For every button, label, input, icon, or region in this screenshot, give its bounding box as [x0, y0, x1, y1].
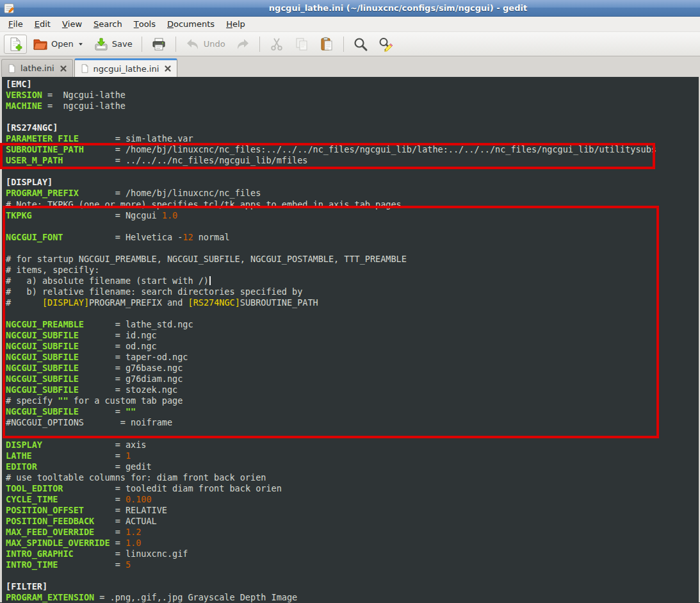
undo-button-label: Undo	[204, 39, 225, 49]
editor-line: NGCGUI_SUBFILE = ""	[6, 406, 699, 417]
menu-documents[interactable]: Documents	[161, 17, 220, 31]
tab-label: ngcgui_lathe.ini	[94, 64, 159, 74]
tab-ngcgui_lathe.ini[interactable]: ngcgui_lathe.ini	[74, 58, 178, 77]
print-button[interactable]	[147, 35, 170, 54]
find-icon	[353, 37, 368, 52]
editor-line	[6, 112, 699, 122]
editor-line: #NGCGUI_OPTIONS = noiframe	[6, 417, 699, 428]
save-button[interactable]: Save	[90, 35, 136, 54]
menu-tools[interactable]: Tools	[128, 17, 161, 31]
undo-icon	[185, 37, 200, 52]
editor-line: POSITION_FEEDBACK = ACTUAL	[6, 516, 699, 527]
toolbar-separator	[142, 37, 142, 52]
save-button-label: Save	[112, 39, 133, 49]
editor-line: # use tooltable columns for: diam front …	[6, 472, 699, 483]
editor-line: NGCGUI_PREAMBLE = lathe_std.ngc	[6, 319, 699, 330]
editor-line: [FILTER]	[6, 581, 699, 592]
undo-button[interactable]: Undo	[181, 35, 229, 54]
editor-line: # for startup NGCGUI_PREAMBLE, NGCGUI_SU…	[6, 254, 699, 265]
chevron-down-icon	[77, 41, 84, 47]
editor-line: EDITOR = gedit	[6, 461, 699, 472]
menu-bar: FileEditViewSearchToolsDocumentsHelp	[0, 17, 700, 32]
editor-line: NGCGUI_SUBFILE = taper-od.ngc	[6, 352, 699, 363]
editor-line: PARAMETER_FILE = sim-lathe.var	[6, 133, 699, 144]
editor-line: NGCGUI_FONT = Helvetica -12 normal	[6, 232, 699, 243]
close-icon[interactable]	[164, 65, 172, 72]
editor-line: VERSION = Ngcgui-lathe	[6, 90, 699, 101]
document-icon	[80, 63, 90, 74]
gedit-icon	[3, 3, 15, 14]
copy-icon	[294, 37, 309, 52]
cut-icon	[269, 37, 284, 52]
editor-line: NGCGUI_SUBFILE = id.ngc	[6, 330, 699, 341]
editor-line: # [DISPLAY]PROGRAM_PREFIX and [RS274NGC]…	[6, 297, 699, 308]
editor-line	[6, 308, 699, 319]
editor-line: # b) relative filename: search directori…	[6, 286, 699, 297]
editor-line: # items, specifly:	[6, 265, 699, 276]
open-folder-icon	[33, 37, 48, 52]
tab-strip: lathe.iningcgui_lathe.ini	[0, 56, 700, 77]
editor-line: PROGRAM_PREFIX = /home/bj/linuxcnc/nc_fi…	[6, 188, 699, 199]
editor-line: CYCLE_TIME = 0.100	[6, 494, 699, 505]
editor-line: # specify "" for a custom tab page	[6, 395, 699, 406]
editor-line: MAX_FEED_OVERRIDE = 1.2	[6, 527, 699, 538]
editor-line: POSITION_OFFSET = RELATIVE	[6, 505, 699, 516]
copy-button[interactable]	[290, 35, 313, 54]
toolbar: OpenSaveUndo	[0, 32, 700, 56]
editor-line: MACHINE = ngcgui-lathe	[6, 101, 699, 112]
title-bar[interactable]: ngcgui_lathe.ini (~/linuxcnc/configs/sim…	[0, 0, 700, 17]
text-cursor	[209, 276, 211, 285]
menu-search[interactable]: Search	[88, 17, 128, 31]
editor-line	[6, 243, 699, 254]
editor-line: NGCGUI_SUBFILE = g76diam.ngc	[6, 374, 699, 384]
editor-text-area[interactable]: [EMC]VERSION = Ngcgui-latheMACHINE = ngc…	[0, 77, 700, 602]
editor-line: # a) absolute filename (start with /)	[6, 276, 699, 286]
gedit-window: ngcgui_lathe.ini (~/linuxcnc/configs/sim…	[0, 0, 700, 603]
editor-line: # Note: TKPKG (one or more) specifies tc…	[6, 199, 699, 210]
editor-line: [DISPLAY]	[6, 177, 699, 188]
menu-help[interactable]: Help	[220, 17, 251, 31]
editor-line: [RS274NGC]	[6, 122, 699, 133]
find-button[interactable]	[349, 35, 372, 54]
redo-icon	[235, 37, 250, 52]
editor-line: INTRO_GRAPHIC = linuxcnc.gif	[6, 549, 699, 559]
open-button[interactable]: Open	[29, 35, 88, 54]
editor-line	[6, 570, 699, 581]
cut-button[interactable]	[265, 35, 288, 54]
tab-lathe.ini[interactable]: lathe.ini	[1, 59, 73, 77]
toolbar-separator	[175, 37, 176, 52]
editor-line: DISPLAY = axis	[6, 440, 699, 450]
toolbar-separator	[259, 37, 260, 52]
redo-button[interactable]	[231, 35, 254, 54]
print-icon	[151, 37, 167, 52]
editor-line: TKPKG = Ngcgui 1.0	[6, 210, 699, 221]
editor-line	[6, 429, 699, 440]
new-document-icon	[8, 37, 23, 52]
menu-view[interactable]: View	[56, 17, 88, 31]
editor-line: NGCGUI_SUBFILE = od.ngc	[6, 341, 699, 352]
editor-line: LATHE = 1	[6, 450, 699, 461]
editor-line	[6, 221, 699, 232]
editor-line: NGCGUI_SUBFILE = stozek.ngc	[6, 384, 699, 395]
replace-icon	[378, 37, 393, 52]
menu-edit[interactable]: Edit	[29, 17, 56, 31]
paste-button[interactable]	[315, 35, 338, 54]
window-title: ngcgui_lathe.ini (~/linuxcnc/configs/sim…	[96, 3, 700, 13]
new-button[interactable]	[4, 35, 27, 54]
toolbar-separator	[343, 37, 344, 52]
menu-file[interactable]: File	[3, 17, 29, 31]
editor-line: NGCGUI_SUBFILE = g76base.ngc	[6, 363, 699, 374]
paste-icon	[319, 37, 334, 52]
editor-line: TOOL_EDITOR = tooledit diam front back o…	[6, 483, 699, 494]
editor-line	[6, 166, 699, 177]
editor-line: PROGRAM_EXTENSION = .png,.gif,.jpg Grays…	[6, 592, 699, 602]
close-icon[interactable]	[60, 65, 67, 72]
open-button-label: Open	[51, 39, 74, 49]
replace-button[interactable]	[374, 35, 397, 54]
editor-line: INTRO_TIME = 5	[6, 559, 699, 570]
tab-label: lathe.ini	[20, 63, 54, 73]
editor-line: USER_M_PATH = ../../../nc_files/ngcgui_l…	[6, 155, 699, 166]
editor-line: SUBROUTINE_PATH = /home/bj/linuxcnc/nc_f…	[6, 144, 699, 155]
editor-line: MAX_SPINDLE_OVERRIDE = 1.0	[6, 538, 699, 549]
document-icon	[7, 63, 17, 74]
